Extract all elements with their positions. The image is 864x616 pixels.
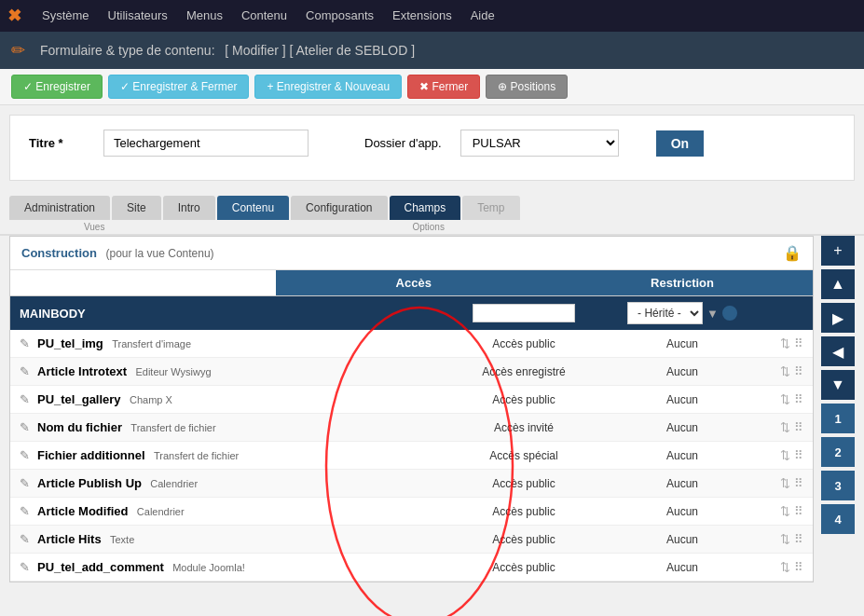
table-row: ✎ PU_tel_add_comment Module Joomla! Accè… — [10, 554, 813, 582]
field-name-0: PU_tel_img Transfert d'image — [37, 336, 449, 350]
toolbar: ✓ Enregistrer ✓ Enregistrer & Fermer + E… — [0, 69, 864, 105]
drag-handle-1[interactable]: ⠿ — [794, 364, 803, 378]
on-button[interactable]: On — [656, 130, 704, 157]
num-button-3[interactable]: 3 — [821, 471, 855, 500]
edit-icon-4[interactable]: ✎ — [20, 448, 30, 462]
edit-icon-6[interactable]: ✎ — [20, 504, 30, 518]
drag-icons-5: ⇅ ⠿ — [766, 476, 803, 490]
right-button[interactable]: ▶ — [821, 303, 855, 333]
drag-arrow-4[interactable]: ⇅ — [780, 448, 790, 462]
heritage-select[interactable]: - Hérité - — [627, 302, 703, 324]
dossier-select[interactable]: PULSAR — [460, 130, 619, 157]
drag-icons-2: ⇅ ⠿ — [766, 392, 803, 406]
radio-selected[interactable] — [722, 306, 737, 321]
restriction-cell-8: Aucun — [598, 561, 766, 574]
tabs-area: Administration Site Intro Contenu Config… — [0, 190, 864, 236]
acces-header: Accès — [276, 270, 553, 295]
drag-arrow-0[interactable]: ⇅ — [780, 336, 790, 350]
field-name-6: Article Modified Calendrier — [37, 504, 449, 518]
close-button[interactable]: ✖ Fermer — [407, 75, 480, 99]
tab-configuration[interactable]: Configuration — [291, 196, 387, 220]
up-button[interactable]: ▲ — [821, 269, 855, 299]
edit-icon-1[interactable]: ✎ — [20, 364, 30, 378]
access-cell-8: Accès public — [449, 561, 598, 574]
nav-contenu[interactable]: Contenu — [232, 0, 296, 32]
nav-composants[interactable]: Composants — [296, 0, 383, 32]
edit-icon-0[interactable]: ✎ — [20, 336, 30, 350]
save-button[interactable]: ✓ Enregistrer — [11, 75, 103, 99]
drag-icons-7: ⇅ ⠿ — [766, 532, 803, 546]
drag-handle-3[interactable]: ⠿ — [794, 420, 803, 434]
edit-icon-3[interactable]: ✎ — [20, 420, 30, 434]
drag-handle-7[interactable]: ⠿ — [794, 532, 803, 546]
drag-arrow-6[interactable]: ⇅ — [780, 504, 790, 518]
field-name-7: Article Hits Texte — [37, 532, 449, 546]
drag-handle-8[interactable]: ⠿ — [794, 560, 803, 574]
access-cell-2: Accès public — [449, 393, 598, 406]
num-button-4[interactable]: 4 — [821, 504, 855, 534]
drag-handle-5[interactable]: ⠿ — [794, 476, 803, 490]
table-row: ✎ Article Publish Up Calendrier Accès pu… — [10, 470, 813, 498]
access-cell-6: Accès public — [449, 505, 598, 518]
nav-extensions[interactable]: Extensions — [383, 0, 461, 32]
positions-button[interactable]: ⊕ Positions — [486, 75, 568, 99]
titre-label: Titre * — [29, 136, 85, 150]
nav-utilisateurs[interactable]: Utilisateurs — [99, 0, 177, 32]
drag-arrow-8[interactable]: ⇅ — [780, 560, 790, 574]
field-name-8: PU_tel_add_comment Module Joomla! — [37, 560, 449, 574]
drag-arrow-2[interactable]: ⇅ — [780, 392, 790, 406]
edit-icon-7[interactable]: ✎ — [20, 532, 30, 546]
edit-icon-2[interactable]: ✎ — [20, 392, 30, 406]
drag-handle-0[interactable]: ⠿ — [794, 336, 803, 350]
restriction-cell-2: Aucun — [598, 393, 766, 406]
tab-contenu[interactable]: Contenu — [217, 196, 289, 220]
drag-arrow-3[interactable]: ⇅ — [780, 420, 790, 434]
tab-site[interactable]: Site — [112, 196, 161, 220]
nav-systeme[interactable]: Système — [33, 0, 99, 32]
table-row: ✎ Article Hits Texte Accès public Aucun … — [10, 526, 813, 554]
drag-handle-4[interactable]: ⠿ — [794, 448, 803, 462]
tab-intro[interactable]: Intro — [163, 196, 215, 220]
num-button-2[interactable]: 2 — [821, 437, 855, 467]
access-cell-1: Accès enregistré — [449, 365, 598, 378]
access-cell-4: Accès spécial — [449, 449, 598, 462]
vues-label: Vues — [84, 222, 104, 232]
table-row: ✎ Article Modified Calendrier Accès publ… — [10, 498, 813, 526]
options-label: Options — [412, 222, 444, 232]
add-button[interactable]: + — [821, 236, 855, 266]
access-cell-3: Accès invité — [449, 421, 598, 434]
left-button[interactable]: ◀ — [821, 336, 855, 366]
num-button-1[interactable]: 1 — [821, 404, 855, 433]
drag-icons-3: ⇅ ⠿ — [766, 420, 803, 434]
drag-arrow-1[interactable]: ⇅ — [780, 364, 790, 378]
down-button[interactable]: ▼ — [821, 370, 855, 400]
nav-aide[interactable]: Aide — [461, 0, 504, 32]
drag-icons-8: ⇅ ⠿ — [766, 560, 803, 574]
edit-icon-8[interactable]: ✎ — [20, 560, 30, 574]
table-row: ✎ Nom du fichier Transfert de fichier Ac… — [10, 414, 813, 442]
save-new-button[interactable]: + Enregistrer & Nouveau — [254, 75, 402, 99]
table-row: ✎ PU_tel_gallery Champ X Accès public Au… — [10, 386, 813, 414]
drag-arrow-5[interactable]: ⇅ — [780, 476, 790, 490]
mainbody-access-input[interactable] — [473, 304, 575, 322]
construction-header: Construction (pour la vue Contenu) 🔒 — [10, 237, 813, 270]
tab-champs[interactable]: Champs — [390, 196, 461, 220]
table-row: ✎ Fichier additionnel Transfert de fichi… — [10, 442, 813, 470]
restriction-cell-6: Aucun — [598, 505, 766, 518]
restriction-header: Restriction — [552, 270, 813, 295]
construction-sub: (pour la vue Contenu) — [106, 247, 214, 260]
access-cell-0: Accès public — [449, 337, 598, 350]
nav-menus[interactable]: Menus — [177, 0, 232, 32]
drag-handle-2[interactable]: ⠿ — [794, 392, 803, 406]
field-name-3: Nom du fichier Transfert de fichier — [37, 420, 449, 434]
titre-input[interactable] — [103, 130, 309, 157]
mainbody-label: MAINBODY — [20, 307, 449, 321]
tab-administration[interactable]: Administration — [9, 196, 110, 220]
access-cell-5: Accès public — [449, 477, 598, 490]
save-close-button[interactable]: ✓ Enregistrer & Fermer — [108, 75, 249, 99]
drag-arrow-7[interactable]: ⇅ — [780, 532, 790, 546]
drag-icons-1: ⇅ ⠿ — [766, 364, 803, 378]
edit-icon-5[interactable]: ✎ — [20, 476, 30, 490]
drag-handle-6[interactable]: ⠿ — [794, 504, 803, 518]
tab-temp[interactable]: Temp — [462, 196, 519, 220]
